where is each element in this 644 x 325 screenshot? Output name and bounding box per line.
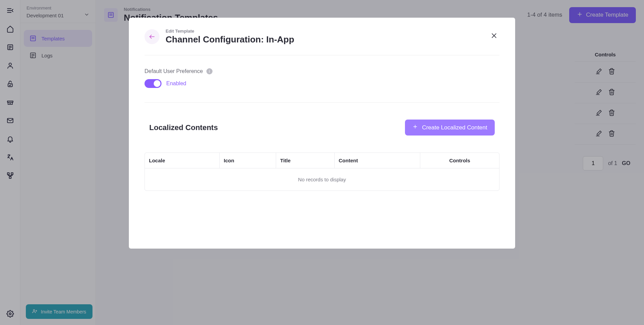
preference-label: Default User Preference (145, 68, 203, 74)
column-header-icon: Icon (220, 153, 276, 168)
plus-icon (412, 124, 418, 131)
preference-toggle[interactable] (145, 79, 162, 88)
column-header-locale: Locale (145, 153, 220, 168)
close-button[interactable] (489, 30, 499, 43)
modal-breadcrumb: Edit Template (166, 29, 482, 34)
localized-content-table: Locale Icon Title Content Controls No re… (145, 152, 499, 191)
channel-config-modal: Edit Template Channel Configuration: In-… (129, 18, 515, 249)
column-header-controls: Controls (420, 153, 499, 168)
info-icon[interactable]: i (206, 68, 213, 74)
toggle-state-label: Enabled (166, 80, 186, 87)
column-header-content: Content (335, 153, 420, 168)
back-button[interactable] (145, 29, 159, 44)
column-header-title: Title (276, 153, 335, 168)
modal-title: Channel Configuration: In-App (166, 34, 482, 45)
create-localized-content-button[interactable]: Create Localized Content (405, 120, 495, 136)
empty-state: No records to display (145, 168, 499, 191)
modal-overlay: Edit Template Channel Configuration: In-… (0, 0, 644, 325)
localized-contents-title: Localized Contents (149, 123, 218, 132)
